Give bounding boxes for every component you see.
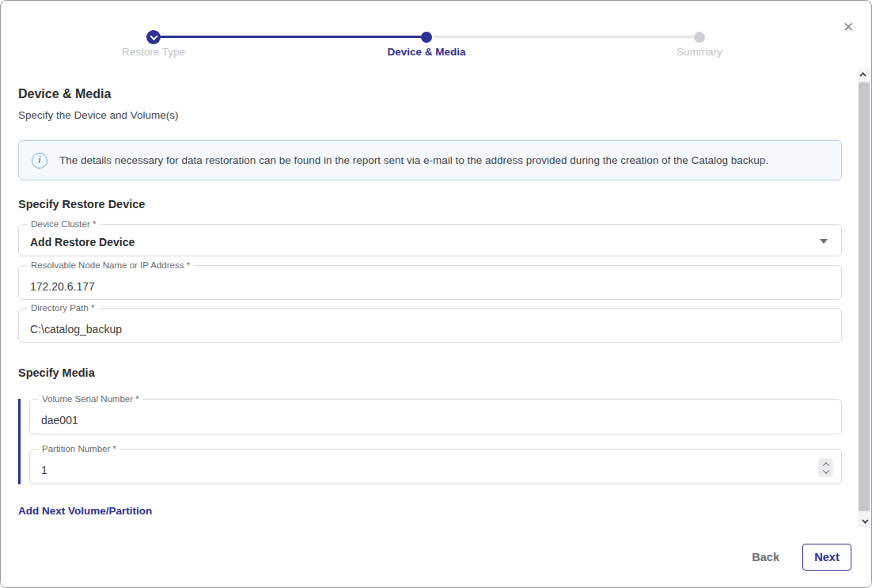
partition-number-field: Partition Number *: [29, 449, 842, 484]
scroll-down-arrow-icon[interactable]: [858, 515, 870, 528]
wizard-stepper: Restore Type Device & Media Summary: [1, 1, 871, 66]
volume-partition-group: Volume Serial Number * Partition Number …: [18, 399, 842, 484]
stepper-line-completed: [160, 36, 422, 38]
dialog-footer: Back Next: [1, 527, 871, 587]
back-button[interactable]: Back: [752, 551, 779, 563]
wizard-content: Device & Media Specify the Device and Vo…: [1, 68, 859, 527]
partition-number-label: Partition Number *: [38, 443, 120, 455]
volume-serial-field: Volume Serial Number *: [29, 399, 842, 434]
info-icon: i: [32, 153, 47, 169]
scroll-up-arrow-icon[interactable]: [858, 68, 870, 81]
node-address-label: Resolvable Node Name or IP Address *: [27, 260, 194, 271]
chevron-down-icon[interactable]: [820, 239, 828, 244]
directory-path-field: Directory Path *: [18, 308, 842, 343]
info-banner: i The details necessary for data restora…: [18, 140, 842, 180]
step-restore-type-check-icon[interactable]: [146, 30, 161, 44]
stepper-line-upcoming: [433, 36, 694, 38]
vertical-scrollbar[interactable]: [858, 68, 870, 528]
step-summary-dot: [694, 32, 705, 43]
volume-serial-label: Volume Serial Number *: [38, 393, 143, 405]
node-address-field: Resolvable Node Name or IP Address *: [18, 265, 842, 300]
page-title: Device & Media: [18, 86, 842, 101]
restore-wizard-dialog: ✕ Restore Type Device & Media Summary De…: [0, 0, 872, 588]
step-label-device-media[interactable]: Device & Media: [339, 46, 514, 58]
info-banner-text: The details necessary for data restorati…: [59, 154, 768, 166]
number-stepper[interactable]: [818, 458, 833, 477]
step-label-summary: Summary: [612, 46, 787, 58]
add-next-volume-button[interactable]: Add Next Volume/Partition: [18, 505, 152, 517]
check-icon: [150, 32, 157, 40]
section-heading-restore-device: Specify Restore Device: [18, 197, 842, 211]
volume-serial-input[interactable]: [41, 410, 809, 431]
node-address-input[interactable]: [30, 276, 809, 296]
directory-path-label: Directory Path *: [27, 302, 99, 314]
chevron-down-icon[interactable]: [822, 467, 828, 473]
device-cluster-label: Device Cluster *: [27, 218, 100, 230]
next-button[interactable]: Next: [802, 544, 851, 571]
partition-number-input[interactable]: [41, 460, 809, 480]
device-cluster-select[interactable]: Device Cluster * Add Restore Device: [18, 224, 842, 256]
step-device-media-dot[interactable]: [421, 32, 432, 43]
directory-path-input[interactable]: [30, 319, 809, 339]
step-label-restore-type[interactable]: Restore Type: [66, 46, 241, 58]
scrollbar-thumb[interactable]: [859, 82, 870, 511]
device-cluster-value: Add Restore Device: [30, 236, 135, 248]
group-accent-bar: [18, 399, 21, 484]
page-subtitle: Specify the Device and Volume(s): [18, 108, 842, 122]
section-heading-media: Specify Media: [18, 366, 842, 380]
